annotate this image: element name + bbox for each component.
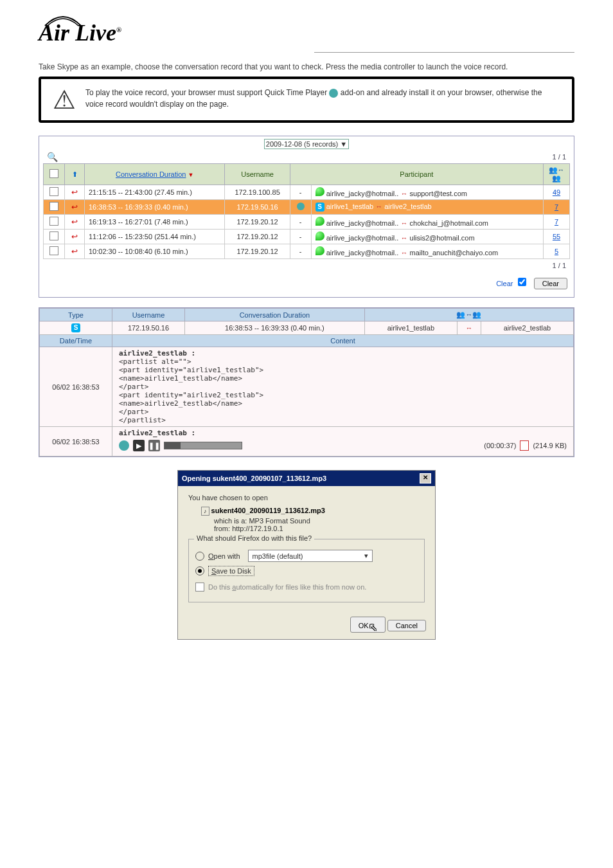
sort-icon: ▼ xyxy=(188,172,194,178)
cancel-button[interactable]: Cancel xyxy=(387,620,426,631)
note-text: Take Skype as an example, choose the con… xyxy=(39,62,574,71)
detail-p1: airlive1_testlab xyxy=(364,321,457,335)
pager: 1 / 1 xyxy=(553,153,566,161)
records-panel: 2009-12-08 (5 records) ▼ 🔍 1 / 1 ⬆ Conve… xyxy=(39,136,574,298)
pause-button[interactable]: ❚❚ xyxy=(148,440,160,451)
cell-duration: 10:02:30 -- 10:08:40 (6.10 min.) xyxy=(85,244,225,259)
from-value: http://172.19.0.1 xyxy=(232,525,283,532)
date-dropdown[interactable]: 2009-12-08 (5 records) ▼ xyxy=(264,139,349,149)
bidir-icon: ↔ xyxy=(465,324,472,332)
close-icon[interactable]: ✕ xyxy=(420,473,431,484)
msn-icon xyxy=(315,246,324,255)
dialog-filename: sukent400_20090119_113612.mp3 xyxy=(211,507,325,514)
row-checkbox[interactable] xyxy=(49,246,58,255)
content-row: 06/02 16:38:53airlive2_testlab :▶❚❚(00:0… xyxy=(40,427,574,457)
media-progress[interactable] xyxy=(164,442,242,449)
cell-dash xyxy=(290,200,311,215)
table-row[interactable]: ↩21:15:15 -- 21:43:00 (27.45 min.)172.19… xyxy=(44,185,570,200)
col-username2: Username xyxy=(112,309,185,321)
open-with-select[interactable]: mp3file (default)▾ xyxy=(248,550,373,562)
direction-icon: ↩ xyxy=(71,247,78,256)
col-participant[interactable]: Participant xyxy=(290,164,543,185)
cell-media: airlive2_testlab :▶❚❚(00:00:37) (214.9 K… xyxy=(112,427,574,457)
cell-username: 172.19.20.12 xyxy=(225,230,290,244)
table-row[interactable]: ↩11:12:06 -- 15:23:50 (251.44 min.)172.1… xyxy=(44,230,570,244)
download-dialog: Opening sukent400_20090107_113612.mp3 ✕ … xyxy=(177,470,436,640)
save-disk-label: Save to Disk xyxy=(208,566,254,576)
bidir-icon: ↔ xyxy=(375,203,382,210)
warning-icon: ⚠ xyxy=(53,87,76,113)
msn-icon xyxy=(315,217,324,226)
row-checkbox[interactable] xyxy=(49,187,58,196)
col-duration2: Conversation Duration xyxy=(185,309,365,321)
table-row[interactable]: ↩16:38:53 -- 16:39:33 (0.40 min.)172.19.… xyxy=(44,200,570,215)
cell-datetime: 06/02 16:38:53 xyxy=(40,427,112,457)
quicktime-icon xyxy=(119,440,129,451)
row-checkbox[interactable] xyxy=(49,202,58,211)
logo: Air Live® xyxy=(39,19,121,46)
cell-dash: - xyxy=(290,230,311,244)
search-icon[interactable]: 🔍 xyxy=(47,152,58,162)
cell-username: 172.19.20.12 xyxy=(225,215,290,230)
row-checkbox[interactable] xyxy=(49,231,58,240)
cell-participant: airlive_jacky@hotmail.. ↔ ulisis2@hotmai… xyxy=(311,230,543,244)
open-with-label: Open with xyxy=(208,552,240,560)
count-link[interactable]: 7 xyxy=(555,203,558,211)
col-duration[interactable]: Conversation Duration xyxy=(116,170,186,178)
cell-participant: airlive_jacky@hotmail.. ↔ mailto_anuchit… xyxy=(311,244,543,259)
count-link[interactable]: 55 xyxy=(553,233,560,240)
file-icon[interactable] xyxy=(520,440,529,451)
sort-direction-icon[interactable]: ⬆ xyxy=(72,170,78,178)
from-label: from: xyxy=(214,525,230,532)
cell-participant: S airlive1_testlab ↔ airlive2_testlab xyxy=(311,200,543,215)
pager-bottom: 1 / 1 xyxy=(43,259,570,272)
table-row[interactable]: ↩10:02:30 -- 10:08:40 (6.10 min.)172.19.… xyxy=(44,244,570,259)
caution-text: To play the voice record, your browser m… xyxy=(85,87,560,110)
which-is-label: which is a: xyxy=(214,517,247,525)
col-datetime: Date/Time xyxy=(40,335,112,347)
cell-dash: - xyxy=(290,215,311,230)
clear-checkbox[interactable] xyxy=(518,278,526,286)
cell-duration: 16:19:13 -- 16:27:01 (7.48 min.) xyxy=(85,215,225,230)
cell-participant: airlive_jacky@hotmail.. ↔ support@test.c… xyxy=(311,185,543,200)
cell-datetime: 06/02 16:38:53 xyxy=(40,347,112,427)
msn-icon xyxy=(315,231,324,240)
msn-icon xyxy=(315,187,324,196)
dialog-title-text: Opening sukent400_20090107_113612.mp3 xyxy=(182,475,326,482)
col-participants2: 👥↔👥 xyxy=(364,309,573,321)
select-all-checkbox[interactable] xyxy=(49,169,58,178)
file-icon: ♪ xyxy=(201,507,209,516)
save-disk-radio[interactable] xyxy=(195,566,204,575)
auto-checkbox[interactable] xyxy=(195,583,204,592)
direction-icon: ↩ xyxy=(71,232,78,241)
row-checkbox[interactable] xyxy=(49,217,58,226)
cursor-icon: ↖ xyxy=(369,621,377,633)
file-type: MP3 Format Sound xyxy=(249,517,310,525)
media-time: (00:00:37) xyxy=(484,442,516,449)
clear-link[interactable]: Clear xyxy=(496,280,513,287)
chevron-down-icon: ▾ xyxy=(364,552,368,560)
quicktime-icon xyxy=(329,89,338,98)
cell-content: airlive2_testlab :<partlist alt=""> <par… xyxy=(112,347,574,427)
open-with-radio[interactable] xyxy=(195,552,204,561)
media-size: (214.9 KB) xyxy=(533,442,567,449)
col-type: Type xyxy=(40,309,112,321)
bidir-icon: ↔ xyxy=(400,219,407,227)
count-link[interactable]: 5 xyxy=(555,248,558,255)
count-link[interactable]: 49 xyxy=(553,188,560,196)
cell-duration: 16:38:53 -- 16:39:33 (0.40 min.) xyxy=(85,200,225,215)
play-button[interactable]: ▶ xyxy=(133,440,145,451)
cell-dash: - xyxy=(290,244,311,259)
bidir-icon: ↔ xyxy=(400,234,407,242)
count-link[interactable]: 7 xyxy=(555,218,558,226)
ok-button[interactable]: OK↖ xyxy=(350,617,386,633)
table-row[interactable]: ↩16:19:13 -- 16:27:01 (7.48 min.)172.19.… xyxy=(44,215,570,230)
cell-duration: 11:12:06 -- 15:23:50 (251.44 min.) xyxy=(85,230,225,244)
col-username[interactable]: Username xyxy=(225,164,290,185)
auto-label: Do this automatically for files like thi… xyxy=(208,583,366,591)
chosen-text: You have chosen to open xyxy=(188,494,425,502)
quicktime-icon xyxy=(297,203,305,210)
clear-button[interactable]: Clear xyxy=(534,278,567,289)
cell-username: 172.19.50.16 xyxy=(225,200,290,215)
direction-icon: ↩ xyxy=(71,217,78,226)
